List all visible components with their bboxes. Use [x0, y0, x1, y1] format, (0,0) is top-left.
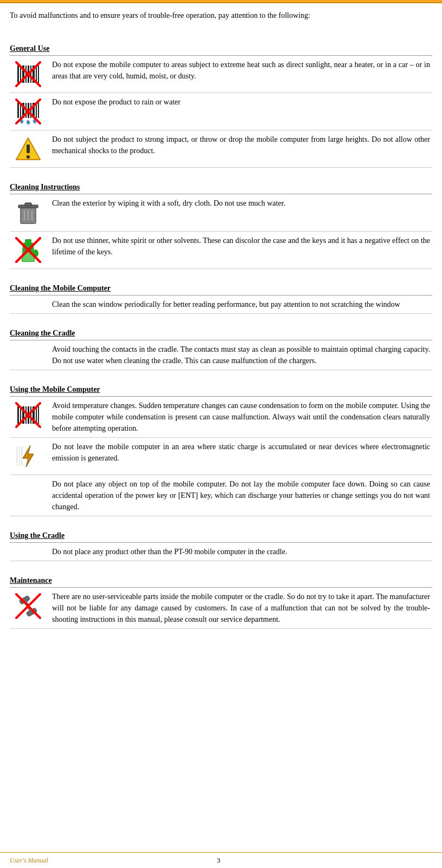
table-row: Do not place any object on top of the mo…: [10, 475, 432, 516]
heat-icon: [14, 60, 42, 88]
icon-cell-using-mobile-2: [10, 475, 47, 516]
section-table-cleaning-instructions: Clean the exterior by wiping it with a s…: [10, 194, 432, 269]
section-header-using-cradle: Using the Cradle: [10, 531, 432, 540]
instruction-text: Do not place any object on top of the mo…: [47, 475, 432, 516]
section-table-cleaning-mobile: Clean the scan window periodically for b…: [10, 295, 432, 314]
svg-rect-27: [27, 155, 30, 159]
page-content: To avoid malfunctions and to ensure year…: [0, 3, 442, 663]
noparts-icon: [14, 592, 42, 620]
instruction-text: Clean the exterior by wiping it with a s…: [47, 194, 432, 232]
sections-container: General Use Do not expose the mobile com…: [10, 31, 432, 629]
icon-cell-maintenance-0: [10, 588, 47, 629]
table-row: Do not expose the mobile computer to are…: [10, 56, 432, 93]
section-header-general-use: General Use: [10, 44, 432, 53]
icon-cell-cleaning-mobile-0: [10, 295, 47, 314]
trash-icon: [14, 199, 42, 227]
svg-rect-5: [30, 65, 31, 83]
table-row: Do not subject the product to strong imp…: [10, 130, 432, 168]
icon-cell-general-use-2: [10, 130, 47, 168]
svg-rect-8: [38, 65, 39, 83]
table-row: Clean the exterior by wiping it with a s…: [10, 194, 432, 232]
footer-bar: User's Manual 3: [0, 852, 442, 868]
instruction-text: Do not place any product other than the …: [47, 543, 432, 561]
heat-icon: [14, 401, 42, 429]
icon-cell-general-use-1: [10, 93, 47, 130]
svg-rect-0: [17, 65, 19, 83]
table-row: Clean the scan window periodically for b…: [10, 295, 432, 314]
section-header-cleaning-instructions: Cleaning Instructions: [10, 183, 432, 192]
instruction-text: Do not expose the product to rain or wat…: [47, 93, 432, 130]
svg-rect-19: [38, 103, 39, 118]
svg-rect-51: [19, 446, 20, 466]
icon-cell-cleaning-instructions-1: [10, 232, 47, 269]
section-header-cleaning-mobile: Cleaning the Mobile Computer: [10, 284, 432, 293]
icon-cell-cleaning-instructions-0: [10, 194, 47, 232]
svg-rect-43: [30, 406, 31, 424]
svg-rect-3: [25, 65, 27, 83]
svg-rect-45: [36, 406, 37, 424]
instruction-text: Clean the scan window periodically for b…: [47, 295, 432, 314]
static-icon: [14, 442, 42, 470]
footer-page-number: 3: [217, 856, 220, 865]
section-table-using-cradle: Do not place any product other than the …: [10, 543, 432, 561]
svg-point-21: [26, 120, 30, 125]
table-row: Do not leave the mobile computer in an a…: [10, 438, 432, 475]
footer-left-label: User's Manual: [10, 857, 48, 865]
section-table-cleaning-cradle: Avoid touching the contacts in the cradl…: [10, 340, 432, 370]
icon-cell-using-mobile-0: [10, 397, 47, 438]
noclean-icon: [14, 236, 42, 264]
svg-rect-46: [38, 406, 39, 424]
icon-cell-using-mobile-1: [10, 438, 47, 475]
warning-icon: [14, 135, 42, 163]
table-row: Do not expose the product to rain or wat…: [10, 93, 432, 130]
table-row: There are no user-serviceable parts insi…: [10, 588, 432, 629]
instruction-text: There are no user-serviceable parts insi…: [47, 588, 432, 629]
svg-rect-50: [16, 446, 18, 466]
svg-rect-52: [21, 446, 23, 466]
svg-rect-11: [17, 103, 19, 118]
section-table-using-mobile: Avoid temperature changes. Sudden temper…: [10, 397, 432, 516]
svg-rect-34: [25, 239, 31, 242]
table-row: Do not use thinner, white spirit or othe…: [10, 232, 432, 269]
section-header-maintenance: Maintenance: [10, 576, 432, 585]
icon-cell-general-use-0: [10, 56, 47, 93]
table-row: Avoid touching the contacts in the cradl…: [10, 340, 432, 370]
instruction-text: Avoid touching the contacts in the cradl…: [47, 340, 432, 370]
instruction-text: Do not use thinner, white spirit or othe…: [47, 232, 432, 269]
svg-rect-26: [27, 144, 30, 153]
icon-cell-cleaning-cradle-0: [10, 340, 47, 370]
svg-rect-30: [25, 203, 31, 206]
instruction-text: Avoid temperature changes. Sudden temper…: [47, 397, 432, 438]
rain-icon: [14, 97, 42, 126]
svg-rect-41: [25, 406, 27, 424]
icon-cell-using-cradle-0: [10, 543, 47, 561]
table-row: Do not place any product other than the …: [10, 543, 432, 561]
intro-paragraph: To avoid malfunctions and to ensure year…: [10, 10, 432, 22]
table-row: Avoid temperature changes. Sudden temper…: [10, 397, 432, 438]
section-table-general-use: Do not expose the mobile computer to are…: [10, 56, 432, 168]
section-header-cleaning-cradle: Cleaning the Cradle: [10, 329, 432, 338]
svg-rect-7: [36, 65, 37, 83]
section-header-using-mobile: Using the Mobile Computer: [10, 385, 432, 394]
svg-rect-38: [17, 406, 19, 424]
instruction-text: Do not expose the mobile computer to are…: [47, 56, 432, 93]
instruction-text: Do not leave the mobile computer in an a…: [47, 438, 432, 475]
svg-marker-49: [23, 445, 34, 467]
section-table-maintenance: There are no user-serviceable parts insi…: [10, 588, 432, 629]
instruction-text: Do not subject the product to strong imp…: [47, 130, 432, 168]
